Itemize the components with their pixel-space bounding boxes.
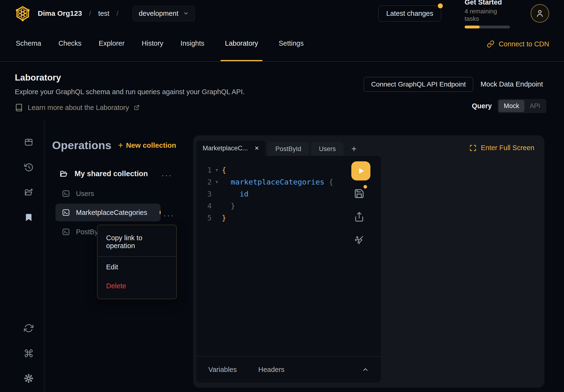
nav-tab-insights[interactable]: Insights	[179, 27, 205, 61]
nav-tabs: Schema Checks Explorer History Insights …	[15, 27, 305, 61]
query-mode-mock[interactable]: Mock	[498, 100, 524, 112]
close-icon[interactable]: ✕	[255, 145, 259, 152]
breadcrumb-separator: /	[117, 10, 119, 17]
query-editor[interactable]: 1 ▼ { 2 ▼ marketplaceCategories { 3 id 4	[196, 156, 381, 382]
new-folder-icon[interactable]	[24, 188, 33, 197]
new-collection-button[interactable]: + New collection	[118, 140, 176, 150]
collection-name: My shared collection	[75, 169, 148, 178]
play-icon	[357, 167, 365, 175]
get-started-title: Get Started	[465, 0, 510, 6]
run-query-button[interactable]	[351, 161, 371, 181]
sync-icon[interactable]	[24, 323, 33, 333]
query-label: Query	[472, 102, 492, 110]
code-token	[324, 178, 329, 186]
settings-gear-icon[interactable]	[24, 374, 33, 383]
enter-fullscreen-button[interactable]: Enter Full Screen	[469, 144, 534, 152]
breadcrumb-org[interactable]: Dima Org123	[38, 9, 82, 17]
latest-changes-label: Latest changes	[386, 10, 433, 17]
connect-to-cdn-label: Connect to CDN	[499, 40, 549, 48]
documentation-panel-icon[interactable]	[24, 138, 33, 147]
header-right: Latest changes Get Started 4 remaining t…	[378, 0, 549, 28]
enter-fullscreen-label: Enter Full Screen	[481, 144, 534, 152]
editor-footer: Variables Headers	[196, 356, 381, 382]
code-line: 3 id	[196, 188, 381, 200]
operations-title: Operations	[52, 139, 111, 152]
menu-divider	[97, 256, 176, 257]
history-icon[interactable]	[24, 163, 33, 172]
learn-more-link[interactable]: Learn more about the Laboratory	[15, 103, 549, 112]
book-icon	[15, 103, 23, 112]
operation-row-users[interactable]: Users	[62, 189, 94, 198]
fold-arrow-icon[interactable]: ▼	[212, 168, 222, 172]
operation-name: Users	[76, 190, 94, 198]
laboratory-workspace: Operations + New collection My shared co…	[0, 120, 564, 392]
editor-tab-label: Users	[319, 145, 336, 153]
nav-tab-schema[interactable]: Schema	[15, 27, 42, 61]
link-icon	[487, 40, 495, 48]
nav-tab-explorer[interactable]: Explorer	[98, 27, 125, 61]
code-token: }	[222, 201, 235, 210]
variables-tab[interactable]: Variables	[208, 366, 237, 374]
graphos-logo-icon[interactable]	[15, 5, 31, 21]
prettify-broom-icon[interactable]	[354, 235, 364, 245]
code-token: {	[329, 178, 333, 186]
editor-tab-postbyid[interactable]: PostById	[268, 142, 309, 156]
code-token	[222, 178, 231, 186]
top-header: Dima Org123 / test / development Latest …	[0, 0, 564, 27]
editor-tab-label: PostById	[275, 145, 301, 153]
code-token: }	[222, 213, 226, 222]
menu-item-delete[interactable]: Delete	[97, 277, 176, 295]
graphos-laboratory-page: { "header": { "org": "Dima Org123", "sep…	[0, 0, 564, 392]
new-collection-label: New collection	[126, 141, 176, 149]
code-token-field: id	[222, 190, 248, 198]
nav-tab-laboratory[interactable]: Laboratory	[220, 27, 262, 61]
share-operation-icon[interactable]	[354, 211, 364, 222]
line-number: 4	[196, 201, 212, 210]
menu-item-copy-link[interactable]: Copy link to operation	[97, 228, 176, 255]
editor-tab-users[interactable]: Users	[311, 142, 344, 156]
operation-name: MarketplaceCategories	[76, 209, 147, 217]
operation-row-marketplacecategories[interactable]: MarketplaceCategories	[55, 204, 161, 221]
save-operation-icon[interactable]	[354, 188, 364, 199]
operation-icon	[62, 208, 70, 217]
editor-tab-label: MarketplaceC...	[203, 145, 248, 152]
person-icon	[535, 9, 545, 18]
notification-dot	[438, 3, 443, 8]
get-started-widget[interactable]: Get Started 4 remaining tasks	[465, 0, 510, 28]
variant-label: development	[139, 10, 178, 17]
latest-changes-button[interactable]: Latest changes	[378, 5, 441, 22]
menu-item-edit[interactable]: Edit	[97, 258, 176, 277]
breadcrumb-graph[interactable]: test	[98, 10, 110, 17]
collection-menu-button[interactable]: ···	[162, 171, 173, 180]
editor-tab-marketplacecategories[interactable]: MarketplaceC... ✕	[196, 140, 265, 156]
nav-tab-checks[interactable]: Checks	[57, 27, 83, 61]
code-token-field: marketplaceCategories	[231, 178, 324, 186]
collapse-chevron-icon[interactable]	[362, 366, 369, 373]
code-line: 4 }	[196, 200, 381, 212]
plus-icon: +	[118, 140, 123, 150]
external-link-icon	[134, 105, 139, 111]
unsaved-changes-dot	[160, 210, 161, 214]
variant-dropdown[interactable]: development	[133, 6, 195, 21]
mock-data-endpoint-link[interactable]: Mock Data Endpoint	[481, 80, 543, 88]
query-mode-api[interactable]: API	[524, 100, 545, 112]
laboratory-hero: Laboratory Explore your GraphQL schema a…	[0, 62, 564, 120]
collection-header[interactable]: My shared collection	[59, 169, 148, 178]
nav-tab-history[interactable]: History	[141, 27, 164, 61]
headers-tab[interactable]: Headers	[258, 366, 285, 374]
fold-arrow-icon[interactable]: ▼	[212, 180, 222, 184]
operation-menu-button[interactable]: ···	[164, 211, 175, 220]
code-token: {	[222, 166, 226, 174]
query-mode-row: Query Mock API	[472, 99, 546, 113]
user-avatar[interactable]	[531, 4, 549, 23]
connect-to-cdn-link[interactable]: Connect to CDN	[487, 40, 549, 48]
command-shortcuts-icon[interactable]	[24, 349, 33, 358]
breadcrumb-separator: /	[89, 10, 91, 17]
connect-graphql-endpoint-button[interactable]: Connect GraphQL API Endpoint	[364, 77, 473, 92]
operation-context-menu: Copy link to operation Edit Delete	[97, 225, 177, 299]
get-started-progressbar	[465, 26, 510, 28]
get-started-subtitle: 4 remaining tasks	[465, 8, 510, 22]
nav-tab-settings[interactable]: Settings	[278, 27, 305, 61]
new-tab-button[interactable]: +	[345, 142, 363, 156]
bookmark-icon[interactable]	[24, 213, 33, 222]
